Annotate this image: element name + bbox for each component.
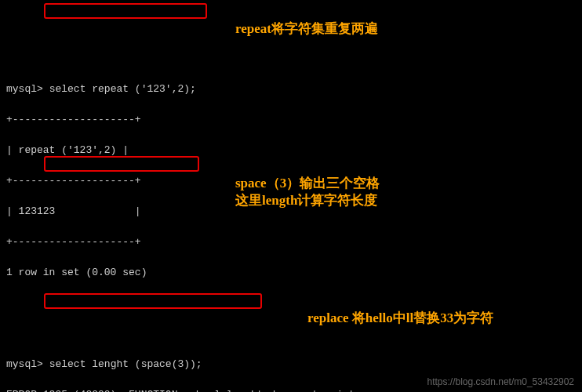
table-header: | repeat ('123',2) | — [6, 143, 576, 158]
sql-line: mysql> select repeat ('123',2); — [6, 82, 576, 97]
table-sep: +--------------------+ — [6, 112, 576, 128]
result-footer: 1 row in set (0.00 sec) — [6, 265, 576, 281]
sql-cmd-lenght-err: select lenght (space(3)); — [49, 358, 202, 370]
prompt: mysql> — [6, 83, 43, 95]
sql-cmd-repeat: select repeat ('123',2); — [49, 83, 196, 95]
annotation-replace: replace 将hello中ll替换33为字符 — [307, 308, 493, 328]
blank-line — [6, 296, 576, 311]
highlight-box-repeat — [44, 3, 207, 19]
table-sep: +--------------------+ — [6, 234, 576, 250]
table-sep: +--------------------+ — [6, 173, 576, 189]
annotation-repeat: repeat将字符集重复两遍 — [235, 19, 378, 39]
prompt: mysql> — [6, 358, 43, 370]
table-value: | 123123 | — [6, 204, 576, 220]
watermark: https://blog.csdn.net/m0_53432902 — [427, 375, 574, 389]
highlight-box-length — [44, 156, 199, 172]
sql-line: mysql> select lenght (space(3)); — [6, 357, 576, 372]
